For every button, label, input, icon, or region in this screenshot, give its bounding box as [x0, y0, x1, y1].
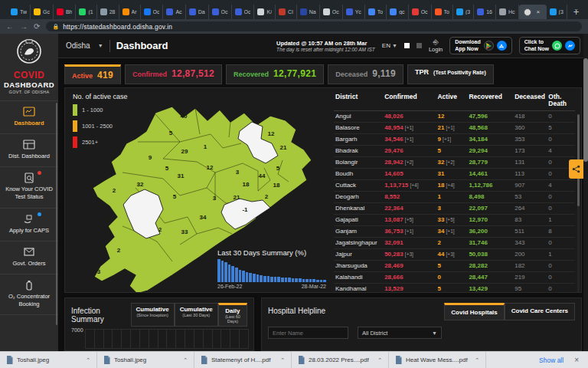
- table-row[interactable]: Dhenkanal22,364322,0972640: [334, 203, 575, 215]
- chevron-up-icon[interactable]: ⌃: [377, 357, 382, 363]
- messenger-icon: [565, 41, 575, 51]
- browser-tab[interactable]: 28: [97, 5, 119, 19]
- download-item[interactable]: Heat Wave Mess....pdf⌃: [389, 352, 486, 368]
- browser-tab[interactable]: (1: [76, 5, 96, 19]
- chevron-up-icon[interactable]: ⌃: [183, 357, 188, 363]
- table-row[interactable]: Cuttack1,13,715 [+4]18 [+4]1,12,7869074: [334, 180, 575, 192]
- theme-toggle-dark[interactable]: [416, 43, 422, 48]
- stat-recovered[interactable]: Recovered12,77,921: [226, 64, 324, 84]
- login-button[interactable]: ⎆ Login: [429, 39, 443, 53]
- close-downloads-icon[interactable]: ×: [574, 356, 579, 364]
- browser-tab[interactable]: Oc: [141, 5, 164, 19]
- cell-active: 1: [437, 193, 469, 200]
- browser-tab[interactable]: Bh: [54, 5, 77, 19]
- stat-active[interactable]: Active419: [64, 64, 121, 84]
- browser-tab[interactable]: To: [432, 5, 453, 19]
- address-bar[interactable]: 🔒 https://statedashboard.odisha.gov.in: [46, 21, 582, 31]
- table-row[interactable]: Jagatsinghapur32,091231,7463430: [334, 238, 575, 249]
- back-icon[interactable]: ←: [6, 23, 14, 31]
- table-scrollbar[interactable]: [577, 114, 580, 292]
- hospital-helpline-tab[interactable]: Covid Care Centers: [505, 303, 575, 320]
- browser-tab[interactable]: To: [365, 5, 387, 19]
- grid-cell: [158, 329, 168, 349]
- table-row[interactable]: Boudh14,6053114,4611130: [334, 169, 575, 180]
- chevron-up-icon[interactable]: ⌃: [280, 357, 285, 363]
- table-row[interactable]: Bargarh34,546 [+1]9 [+1]34,1843530: [334, 134, 575, 146]
- share-button[interactable]: [569, 159, 583, 179]
- table-row[interactable]: Kandhamal13,529513,429950: [334, 284, 575, 292]
- browser-tab[interactable]: Ar: [119, 5, 141, 19]
- browser-tab[interactable]: Oc: [320, 5, 343, 19]
- table-row[interactable]: Deogarh8,55218,498530: [334, 192, 575, 203]
- district-active-count: 18: [273, 182, 280, 189]
- table-row[interactable]: Jajpur50,283 [+3]44 [+3]50,0382001: [334, 249, 575, 261]
- cell-district: Bolangir: [334, 159, 384, 166]
- stat-deceased[interactable]: Deceased9,119: [328, 64, 403, 84]
- browser-tab[interactable]: (3: [547, 5, 567, 19]
- theme-toggle-light[interactable]: [404, 43, 410, 48]
- table-row[interactable]: Jharsuguda28,469528,2821820: [334, 261, 575, 272]
- chart-grid: [85, 329, 249, 349]
- table-row[interactable]: Bhadrak29,476529,2941734: [334, 146, 575, 157]
- sidebar-item-label: Know Your COVID Test Status: [2, 186, 56, 201]
- browser-tab[interactable]: Ac: [163, 5, 185, 19]
- browser-tab[interactable]: Oc: [232, 5, 255, 19]
- browser-tab[interactable]: 16: [474, 5, 496, 19]
- download-item[interactable]: Toshali.jpeg⌃: [0, 352, 97, 368]
- table-row[interactable]: Ganjam36,753 [+1]34 [+1]36,2005118: [334, 226, 575, 238]
- table-row[interactable]: Gajapati13,087 [+5]33 [+5]12,970831: [334, 215, 575, 226]
- chevron-up-icon[interactable]: ⌃: [475, 357, 479, 363]
- browser-tab[interactable]: Gc: [31, 5, 54, 19]
- show-all-downloads-button[interactable]: Show all: [539, 356, 564, 364]
- language-selector[interactable]: EN ▼: [382, 42, 397, 49]
- table-row[interactable]: Kalahandi28,666028,4472190: [334, 272, 575, 284]
- tab-overflow-chevron-icon[interactable]: ⌄: [573, 5, 579, 12]
- sidebar-item-apply-for-caps[interactable]: Apply for CAPS: [0, 209, 58, 242]
- download-item[interactable]: Statemenyt of H....pdf⌃: [194, 352, 292, 368]
- stat-confirmed[interactable]: Confirmed12,87,512: [125, 64, 222, 84]
- table-row[interactable]: Balasore48,954 [+1]21 [+1]48,5683605: [334, 123, 575, 134]
- tab-close-icon[interactable]: ×: [537, 8, 541, 15]
- forward-icon[interactable]: →: [20, 23, 28, 31]
- state-selector[interactable]: Odisha ▼: [66, 41, 103, 50]
- browser-tab[interactable]: Yc: [343, 5, 365, 19]
- table-row[interactable]: Bolangir28,942 [+2]32 [+2]28,7791310: [334, 157, 575, 169]
- sidebar-item-govt-orders[interactable]: Govt. Orders: [0, 242, 58, 274]
- cell-active: 33 [+5]: [437, 216, 469, 223]
- browser-tab-active[interactable]: ×: [519, 5, 547, 19]
- browser-tab[interactable]: Oc: [409, 5, 432, 19]
- sidebar-item-know-your-covid-test-status[interactable]: Know Your COVID Test Status: [0, 167, 58, 208]
- browser-tab[interactable]: Tw: [8, 5, 31, 19]
- district-filter-select[interactable]: All District ▼: [358, 327, 442, 339]
- browser-tab[interactable]: K/: [254, 5, 276, 19]
- browser-tab[interactable]: Cl: [276, 5, 297, 19]
- download-app-button[interactable]: DownloadApp Now: [449, 37, 511, 54]
- cell-recovered: 31,746: [469, 239, 514, 246]
- tab-title: To: [444, 9, 449, 15]
- chevron-up-icon[interactable]: ⌃: [86, 357, 90, 363]
- stat-tpr[interactable]: TPR(Test Positivity Rate): [407, 64, 494, 84]
- cell-recovered: 28,447: [469, 274, 514, 281]
- infection-summary-tab[interactable]: Cumulative(Last 30 Days): [175, 303, 218, 327]
- browser-tab[interactable]: Oc: [209, 5, 232, 19]
- browser-tab[interactable]: Na: [297, 5, 320, 19]
- browser-tab[interactable]: (3: [453, 5, 474, 19]
- sidebar-scrollbar[interactable]: [56, 103, 57, 325]
- browser-tab[interactable]: gc: [387, 5, 408, 19]
- table-row[interactable]: Angul48,0261247,5964180: [334, 111, 575, 123]
- infection-summary-tab[interactable]: Cumulative(Since Inception): [131, 303, 175, 327]
- sidebar-item-o-concentrator-booking[interactable]: O₂ Concentrator Booking: [0, 274, 58, 315]
- cell-district: Deogarh: [334, 193, 384, 200]
- download-item[interactable]: 28.03.2022 Pres....pdf⌃: [292, 352, 389, 368]
- sidebar-item-dashboard[interactable]: Dashboard: [0, 101, 58, 134]
- hospital-helpline-tab[interactable]: Covid Hospitals: [444, 303, 504, 320]
- download-item[interactable]: Toshali.jpeg⌃: [97, 352, 194, 368]
- browser-tab[interactable]: Da: [186, 5, 209, 19]
- chat-now-button[interactable]: Click toChat Now: [519, 37, 580, 54]
- infection-summary-tab[interactable]: Daily(Last 60 Days): [218, 303, 247, 327]
- sidebar-item-dist-dashboard[interactable]: Dist. Dashboard: [0, 134, 58, 167]
- page-scrollbar[interactable]: [583, 34, 588, 351]
- reload-icon[interactable]: ⟳: [34, 23, 40, 31]
- hospital-name-input[interactable]: [268, 327, 348, 339]
- browser-tab[interactable]: Hc: [496, 5, 519, 19]
